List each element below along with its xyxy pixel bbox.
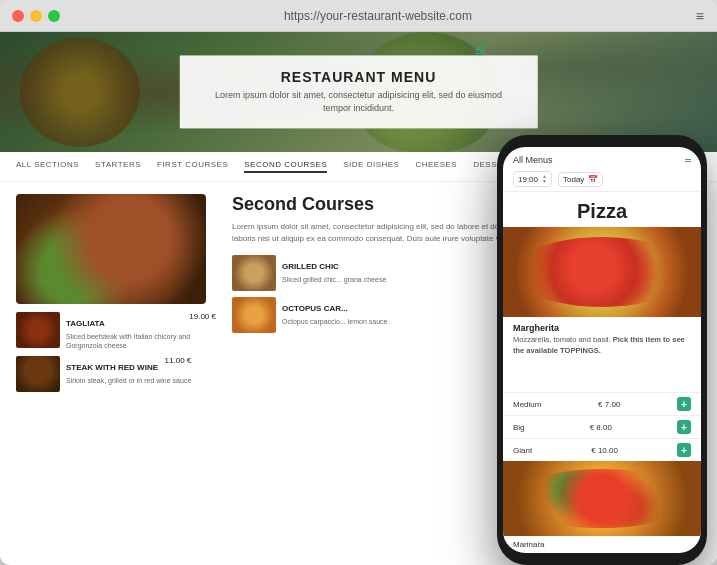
hero-title-box: RESTAURANT MENU Lorem ipsum dolor sit am…	[179, 55, 538, 128]
nav-second-courses[interactable]: SECOND COURSES	[244, 160, 327, 173]
nav-all-sections[interactable]: ALL SECTIONS	[16, 160, 79, 173]
hero-food-left	[20, 37, 140, 147]
phone-app: All Menus 19:00 ▲▼	[503, 147, 701, 553]
window-controls	[12, 10, 60, 22]
time-row: 19:00 ▲▼ Today 📅	[513, 171, 691, 187]
date-selector[interactable]: Today 📅	[558, 172, 603, 187]
nav-side-dishes[interactable]: SIDE DISHES	[343, 160, 399, 173]
margherita-name: Margherita	[513, 323, 691, 333]
dropdown-icon[interactable]	[681, 155, 691, 165]
grilled-image	[232, 255, 276, 291]
octopus-info: OCTOPUS CAR... Octopus carpaccio... lemo…	[282, 297, 387, 326]
list-item: STEAK WITH RED WINE 11.00 € Sirloin stea…	[16, 356, 216, 392]
phone-screen: All Menus 19:00 ▲▼	[503, 147, 701, 553]
list-item: TAGLIATA 19.00 € Sliced beefsteak with I…	[16, 312, 216, 350]
grilled-name: GRILLED CHIC	[282, 262, 339, 271]
octopus-image	[232, 297, 276, 333]
marinara-image	[503, 461, 701, 536]
hero-subtitle: Lorem ipsum dolor sit amet, consectetur …	[209, 89, 508, 114]
marinara-label: Marinara	[503, 536, 701, 553]
mac-window: https://your-restaurant-website.com ≡ 🖨 …	[0, 0, 717, 565]
steak-info: STEAK WITH RED WINE 11.00 € Sirloin stea…	[66, 356, 191, 385]
menu-hero-image	[16, 194, 206, 304]
minimize-button[interactable]	[30, 10, 42, 22]
maximize-button[interactable]	[48, 10, 60, 22]
hero-section: RESTAURANT MENU Lorem ipsum dolor sit am…	[0, 32, 717, 152]
grilled-desc: Sliced grilled chic... grana cheese	[282, 275, 386, 284]
all-menus-row: All Menus	[513, 155, 691, 165]
steak-price: 11.00 €	[165, 356, 192, 365]
size-big-label: Big	[513, 423, 525, 432]
today-label: Today	[563, 175, 584, 184]
tagliata-price: 19.00 €	[189, 312, 216, 321]
list-item: GRILLED CHIC Sliced grilled chic... gran…	[232, 255, 386, 291]
menu-items-left: TAGLIATA 19.00 € Sliced beefsteak with I…	[16, 312, 216, 392]
size-giant-label: Giant	[513, 446, 532, 455]
pizza-section-title: Pizza	[503, 192, 701, 227]
margherita-details: Margherita Mozzarella, tomato and basil.…	[503, 317, 701, 392]
size-giant-price: € 10.00	[591, 446, 618, 455]
hamburger-icon[interactable]: ≡	[696, 8, 705, 24]
phone-mockup: All Menus 19:00 ▲▼	[497, 135, 707, 565]
size-medium-row: Medium € 7.00 +	[503, 392, 701, 415]
tagliata-info: TAGLIATA 19.00 € Sliced beefsteak with I…	[66, 312, 216, 350]
size-big-row: Big € 8.00 +	[503, 415, 701, 438]
tagliata-name: TAGLIATA	[66, 319, 105, 328]
margherita-description: Mozzarella, tomato and basil. Pick this …	[513, 335, 691, 356]
grilled-info: GRILLED CHIC Sliced grilled chic... gran…	[282, 255, 386, 284]
steak-name: STEAK WITH RED WINE	[66, 363, 158, 372]
nav-starters[interactable]: STARTERS	[95, 160, 141, 173]
steak-desc: Sirloin steak, grilled or in red wine sa…	[66, 376, 191, 385]
add-big-button[interactable]: +	[677, 420, 691, 434]
time-selector[interactable]: 19:00 ▲▼	[513, 171, 552, 187]
content-area: 🖨 RESTAURANT MENU Lorem ipsum dolor sit …	[0, 32, 717, 565]
hero-title: RESTAURANT MENU	[209, 69, 508, 85]
phone-app-header: All Menus 19:00 ▲▼	[503, 147, 701, 192]
printer-icon[interactable]: 🖨	[473, 40, 487, 56]
menu-hero-image-container: TAGLIATA 19.00 € Sliced beefsteak with I…	[16, 194, 216, 518]
steak-image	[16, 356, 60, 392]
size-medium-price: € 7.00	[598, 400, 620, 409]
all-menus-label: All Menus	[513, 155, 553, 165]
size-big-price: € 8.00	[590, 423, 612, 432]
nav-cheeses[interactable]: CHEESES	[415, 160, 457, 173]
size-giant-row: Giant € 10.00 +	[503, 438, 701, 461]
add-giant-button[interactable]: +	[677, 443, 691, 457]
titlebar: https://your-restaurant-website.com ≡	[0, 0, 717, 32]
margherita-image	[503, 227, 701, 317]
octopus-name: OCTOPUS CAR...	[282, 304, 348, 313]
add-medium-button[interactable]: +	[677, 397, 691, 411]
tagliata-image	[16, 312, 60, 348]
size-medium-label: Medium	[513, 400, 541, 409]
octopus-desc: Octopus carpaccio... lemon sauce	[282, 317, 387, 326]
close-button[interactable]	[12, 10, 24, 22]
tagliata-desc: Sliced beefsteak with Italian chicory an…	[66, 332, 216, 350]
calendar-icon: 📅	[588, 175, 598, 184]
time-arrows: ▲▼	[542, 174, 547, 184]
url-bar[interactable]: https://your-restaurant-website.com	[60, 9, 696, 23]
time-value: 19:00	[518, 175, 538, 184]
nav-first-courses[interactable]: FIRST COURSES	[157, 160, 228, 173]
